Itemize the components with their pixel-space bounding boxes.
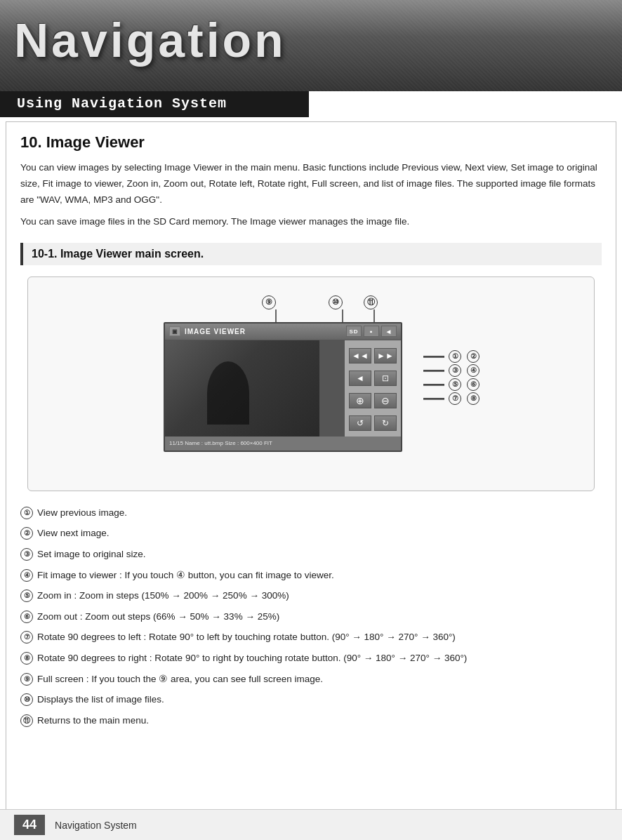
feature-text-4: Fit image to viewer : If you touch ④ but… <box>37 568 602 583</box>
rotleft-btn[interactable]: ↺ <box>349 415 371 431</box>
feature-text-11: Returns to the main menu. <box>37 713 602 728</box>
sub-heading: 10-1. Image Viewer main screen. <box>20 243 602 265</box>
callout-9-label: ⑨ <box>262 295 277 309</box>
feature-text-3: Set image to original size. <box>37 547 602 562</box>
btn-row-4: ↺ ↻ <box>349 415 397 431</box>
viewer-titlebar: ▣ IMAGE VIEWER SD ▪ ◄ <box>165 324 401 340</box>
feature-num-10: ⑩ <box>20 693 33 706</box>
btn-row-2: ◄ ⊡ <box>349 371 397 386</box>
intro-paragraph-2: You can save image files in the SD Card … <box>20 214 602 230</box>
orig-btn[interactable]: ◄ <box>349 371 371 386</box>
page-number: 44 <box>14 815 45 835</box>
callout-10-label: ⑩ <box>329 295 344 309</box>
header-background: Navigation <box>0 0 622 91</box>
feature-text-10: Displays the list of image files. <box>37 692 602 707</box>
diagram-container: ⑨ ⑩ ⑪ ▣ IMAGE VIEWER SD ▪ ◄ <box>27 276 595 491</box>
next-btn[interactable]: ►► <box>374 348 397 364</box>
viewer-sidebar-buttons: ◄◄ ►► ◄ ⊡ ⊕ ⊖ ↺ ↻ <box>345 340 401 439</box>
feature-text-8: Rotate 90 degrees to right : Rotate 90° … <box>37 651 602 666</box>
callout-row-3: ⑤ ⑥ <box>423 378 481 391</box>
btn-row-1: ◄◄ ►► <box>349 348 397 364</box>
feature-item-10: ⑩ Displays the list of image files. <box>20 692 602 707</box>
btn-back: ◄ <box>381 326 397 337</box>
feature-num-8: ⑧ <box>20 652 33 665</box>
btn-row-3: ⊕ ⊖ <box>349 393 397 408</box>
viewer-title-text: IMAGE VIEWER <box>185 328 246 335</box>
feature-num-11: ⑪ <box>20 714 33 727</box>
intro-paragraph-1: You can view images by selecting Image V… <box>20 160 602 208</box>
feature-num-6: ⑥ <box>20 611 33 623</box>
page-heading: 10. Image Viewer <box>20 133 602 152</box>
feature-num-7: ⑦ <box>20 631 33 644</box>
viewer-icon: ▣ <box>169 326 180 336</box>
feature-text-6: Zoom out : Zoom out steps (66% → 50% → 3… <box>37 609 602 625</box>
feature-text-5: Zoom in : Zoom in steps (150% → 200% → 2… <box>37 588 602 604</box>
zoomout-btn[interactable]: ⊖ <box>374 393 397 408</box>
viewer-statusbar: 11/15 Name : utt.bmp Size : 600×400 FIT <box>165 436 401 451</box>
callout-11-label: ⑪ <box>364 295 379 309</box>
feature-text-2: View next image. <box>37 526 602 541</box>
diagram-inner: ⑨ ⑩ ⑪ ▣ IMAGE VIEWER SD ▪ ◄ <box>128 294 494 476</box>
feature-num-4: ④ <box>20 569 33 582</box>
viewer-image-area <box>165 340 319 439</box>
footer-title: Navigation System <box>55 820 137 831</box>
rotright-btn[interactable]: ↻ <box>374 415 397 431</box>
feature-item-4: ④ Fit image to viewer : If you touch ④ b… <box>20 568 602 583</box>
feature-item-3: ③ Set image to original size. <box>20 547 602 562</box>
page-footer: 44 Navigation System <box>0 809 622 840</box>
prev-btn[interactable]: ◄◄ <box>349 348 371 364</box>
feature-text-1: View previous image. <box>37 505 602 521</box>
feature-item-8: ⑧ Rotate 90 degrees to right : Rotate 90… <box>20 651 602 666</box>
feature-item-7: ⑦ Rotate 90 degrees to left : Rotate 90°… <box>20 629 602 645</box>
fit-btn[interactable]: ⊡ <box>374 371 397 386</box>
viewer-status-text: 11/15 Name : utt.bmp Size : 600×400 FIT <box>169 440 272 446</box>
viewer-mockup: ▣ IMAGE VIEWER SD ▪ ◄ ◄◄ ►► <box>164 322 402 452</box>
feature-item-9: ⑨ Full screen : If you touch the ⑨ area,… <box>20 672 602 687</box>
feature-num-3: ③ <box>20 548 33 561</box>
feature-item-2: ② View next image. <box>20 526 602 541</box>
feature-item-11: ⑪ Returns to the main menu. <box>20 713 602 728</box>
feature-text-7: Rotate 90 degrees to left : Rotate 90° t… <box>37 629 602 645</box>
btn-sd: SD <box>346 326 362 337</box>
feature-num-2: ② <box>20 527 33 540</box>
feature-num-5: ⑤ <box>20 589 33 602</box>
feature-text-9: Full screen : If you touch the ⑨ area, y… <box>37 672 602 687</box>
feature-item-6: ⑥ Zoom out : Zoom out steps (66% → 50% →… <box>20 609 602 625</box>
feature-list: ① View previous image. ② View next image… <box>20 505 602 728</box>
zoomin-btn[interactable]: ⊕ <box>349 393 371 408</box>
feature-num-9: ⑨ <box>20 673 33 686</box>
section-banner: Using Navigation System <box>0 90 309 117</box>
callout-row-4: ⑦ ⑧ <box>423 392 481 405</box>
callout-row-1: ① ② <box>423 350 481 363</box>
feature-num-1: ① <box>20 507 33 519</box>
callout-row-2: ③ ④ <box>423 364 481 377</box>
btn-min: ▪ <box>364 326 379 337</box>
feature-item-1: ① View previous image. <box>20 505 602 521</box>
navigation-logo: Navigation <box>14 13 286 67</box>
feature-item-5: ⑤ Zoom in : Zoom in steps (150% → 200% →… <box>20 588 602 604</box>
main-content: 10. Image Viewer You can view images by … <box>6 121 616 823</box>
titlebar-buttons: SD ▪ ◄ <box>346 326 397 337</box>
